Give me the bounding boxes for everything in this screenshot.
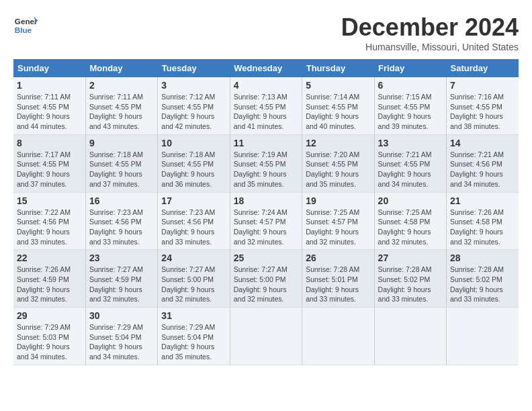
day-info: Sunrise: 7:26 AM Sunset: 4:58 PM Dayligh… [450, 208, 515, 247]
day-info: Sunrise: 7:27 AM Sunset: 5:00 PM Dayligh… [234, 265, 298, 304]
day-info: Sunrise: 7:12 AM Sunset: 4:55 PM Dayligh… [161, 92, 226, 132]
day-info: Sunrise: 7:13 AM Sunset: 4:55 PM Dayligh… [234, 92, 298, 132]
calendar-cell-week2-day5: 12Sunrise: 7:20 AM Sunset: 4:55 PM Dayli… [302, 134, 374, 192]
calendar-cell-week4-day3: 24Sunrise: 7:27 AM Sunset: 5:00 PM Dayli… [158, 250, 230, 308]
day-info: Sunrise: 7:16 AM Sunset: 4:55 PM Dayligh… [450, 92, 515, 132]
day-number: 21 [450, 195, 515, 206]
calendar-cell-week1-day7: 7Sunrise: 7:16 AM Sunset: 4:55 PM Daylig… [447, 77, 519, 134]
weekday-header-friday: Friday [374, 59, 446, 77]
svg-text:Blue: Blue [15, 26, 32, 34]
day-info: Sunrise: 7:29 AM Sunset: 5:04 PM Dayligh… [161, 322, 226, 362]
day-info: Sunrise: 7:15 AM Sunset: 4:55 PM Dayligh… [378, 92, 443, 132]
day-number: 2 [89, 80, 154, 91]
calendar-cell-week4-day4: 25Sunrise: 7:27 AM Sunset: 5:00 PM Dayli… [230, 250, 302, 308]
day-number: 8 [17, 138, 82, 148]
day-info: Sunrise: 7:28 AM Sunset: 5:02 PM Dayligh… [378, 265, 443, 304]
weekday-header-sunday: Sunday [13, 59, 85, 77]
calendar-cell-week5-day3: 31Sunrise: 7:29 AM Sunset: 5:04 PM Dayli… [158, 308, 230, 365]
calendar-cell-week1-day1: 1Sunrise: 7:11 AM Sunset: 4:55 PM Daylig… [13, 77, 85, 134]
day-info: Sunrise: 7:22 AM Sunset: 4:56 PM Dayligh… [17, 208, 82, 247]
day-info: Sunrise: 7:21 AM Sunset: 4:55 PM Dayligh… [378, 150, 443, 189]
day-number: 18 [234, 195, 298, 206]
week-row-2: 8Sunrise: 7:17 AM Sunset: 4:55 PM Daylig… [13, 134, 519, 192]
day-number: 31 [161, 310, 226, 321]
calendar-cell-week4-day2: 23Sunrise: 7:27 AM Sunset: 4:59 PM Dayli… [85, 250, 157, 308]
weekday-header-tuesday: Tuesday [158, 59, 230, 77]
title-block: December 2024 Humansville, Missouri, Uni… [341, 13, 519, 52]
calendar-table: SundayMondayTuesdayWednesdayThursdayFrid… [13, 59, 519, 365]
day-number: 14 [450, 138, 515, 148]
day-number: 12 [306, 138, 370, 148]
day-number: 20 [378, 195, 443, 206]
day-number: 23 [89, 253, 154, 263]
calendar-cell-week1-day4: 4Sunrise: 7:13 AM Sunset: 4:55 PM Daylig… [230, 77, 302, 134]
calendar-cell-week5-day1: 29Sunrise: 7:29 AM Sunset: 5:03 PM Dayli… [13, 308, 85, 365]
day-number: 26 [306, 253, 370, 263]
calendar-cell-week1-day5: 5Sunrise: 7:14 AM Sunset: 4:55 PM Daylig… [302, 77, 374, 134]
day-info: Sunrise: 7:21 AM Sunset: 4:56 PM Dayligh… [450, 150, 515, 189]
calendar-cell-week3-day5: 19Sunrise: 7:25 AM Sunset: 4:57 PM Dayli… [302, 192, 374, 250]
day-info: Sunrise: 7:27 AM Sunset: 5:00 PM Dayligh… [161, 265, 226, 304]
day-number: 19 [306, 195, 370, 206]
day-number: 30 [89, 310, 154, 321]
month-title: December 2024 [341, 13, 519, 42]
calendar-cell-week1-day3: 3Sunrise: 7:12 AM Sunset: 4:55 PM Daylig… [158, 77, 230, 134]
week-row-5: 29Sunrise: 7:29 AM Sunset: 5:03 PM Dayli… [13, 308, 519, 365]
day-info: Sunrise: 7:11 AM Sunset: 4:55 PM Dayligh… [17, 92, 82, 132]
day-info: Sunrise: 7:19 AM Sunset: 4:55 PM Dayligh… [234, 150, 298, 189]
day-info: Sunrise: 7:24 AM Sunset: 4:57 PM Dayligh… [234, 208, 298, 247]
week-row-3: 15Sunrise: 7:22 AM Sunset: 4:56 PM Dayli… [13, 192, 519, 250]
day-number: 4 [234, 80, 298, 91]
calendar-cell-week2-day7: 14Sunrise: 7:21 AM Sunset: 4:56 PM Dayli… [447, 134, 519, 192]
day-info: Sunrise: 7:27 AM Sunset: 4:59 PM Dayligh… [89, 265, 154, 304]
day-number: 15 [17, 195, 82, 206]
weekday-header-monday: Monday [85, 59, 157, 77]
calendar-cell-week3-day2: 16Sunrise: 7:23 AM Sunset: 4:56 PM Dayli… [85, 192, 157, 250]
day-info: Sunrise: 7:25 AM Sunset: 4:57 PM Dayligh… [306, 208, 370, 247]
calendar-cell-week5-day2: 30Sunrise: 7:29 AM Sunset: 5:04 PM Dayli… [85, 308, 157, 365]
day-info: Sunrise: 7:11 AM Sunset: 4:55 PM Dayligh… [89, 92, 154, 132]
day-number: 28 [450, 253, 515, 263]
day-info: Sunrise: 7:17 AM Sunset: 4:55 PM Dayligh… [17, 150, 82, 189]
weekday-header-wednesday: Wednesday [230, 59, 302, 77]
calendar-cell-week4-day5: 26Sunrise: 7:28 AM Sunset: 5:01 PM Dayli… [302, 250, 374, 308]
calendar-cell-week5-day7 [447, 308, 519, 365]
day-info: Sunrise: 7:20 AM Sunset: 4:55 PM Dayligh… [306, 150, 370, 189]
day-number: 1 [17, 80, 82, 91]
day-number: 13 [378, 138, 443, 148]
location: Humansville, Missouri, United States [341, 42, 519, 52]
day-info: Sunrise: 7:23 AM Sunset: 4:56 PM Dayligh… [89, 208, 154, 247]
day-number: 11 [234, 138, 298, 148]
day-number: 29 [17, 310, 82, 321]
day-info: Sunrise: 7:18 AM Sunset: 4:55 PM Dayligh… [89, 150, 154, 189]
day-number: 6 [378, 80, 443, 91]
day-number: 7 [450, 80, 515, 91]
day-info: Sunrise: 7:29 AM Sunset: 5:03 PM Dayligh… [17, 322, 82, 362]
calendar-cell-week4-day1: 22Sunrise: 7:26 AM Sunset: 4:59 PM Dayli… [13, 250, 85, 308]
day-number: 22 [17, 253, 82, 263]
calendar-cell-week5-day4 [230, 308, 302, 365]
day-number: 25 [234, 253, 298, 263]
day-number: 27 [378, 253, 443, 263]
calendar-cell-week3-day4: 18Sunrise: 7:24 AM Sunset: 4:57 PM Dayli… [230, 192, 302, 250]
day-info: Sunrise: 7:14 AM Sunset: 4:55 PM Dayligh… [306, 92, 370, 132]
day-number: 24 [161, 253, 226, 263]
weekday-header-row: SundayMondayTuesdayWednesdayThursdayFrid… [13, 59, 519, 77]
day-number: 10 [161, 138, 226, 148]
calendar-cell-week2-day6: 13Sunrise: 7:21 AM Sunset: 4:55 PM Dayli… [374, 134, 446, 192]
calendar-cell-week1-day6: 6Sunrise: 7:15 AM Sunset: 4:55 PM Daylig… [374, 77, 446, 134]
calendar-cell-week2-day3: 10Sunrise: 7:18 AM Sunset: 4:55 PM Dayli… [158, 134, 230, 192]
day-info: Sunrise: 7:25 AM Sunset: 4:58 PM Dayligh… [378, 208, 443, 247]
day-number: 3 [161, 80, 226, 91]
week-row-1: 1Sunrise: 7:11 AM Sunset: 4:55 PM Daylig… [13, 77, 519, 134]
week-row-4: 22Sunrise: 7:26 AM Sunset: 4:59 PM Dayli… [13, 250, 519, 308]
day-info: Sunrise: 7:18 AM Sunset: 4:55 PM Dayligh… [161, 150, 226, 189]
weekday-header-saturday: Saturday [447, 59, 519, 77]
calendar-cell-week4-day6: 27Sunrise: 7:28 AM Sunset: 5:02 PM Dayli… [374, 250, 446, 308]
calendar-cell-week2-day1: 8Sunrise: 7:17 AM Sunset: 4:55 PM Daylig… [13, 134, 85, 192]
day-info: Sunrise: 7:29 AM Sunset: 5:04 PM Dayligh… [89, 322, 154, 362]
calendar-cell-week5-day6 [374, 308, 446, 365]
day-info: Sunrise: 7:23 AM Sunset: 4:56 PM Dayligh… [161, 208, 226, 247]
calendar-cell-week2-day2: 9Sunrise: 7:18 AM Sunset: 4:55 PM Daylig… [85, 134, 157, 192]
day-info: Sunrise: 7:26 AM Sunset: 4:59 PM Dayligh… [17, 265, 82, 304]
